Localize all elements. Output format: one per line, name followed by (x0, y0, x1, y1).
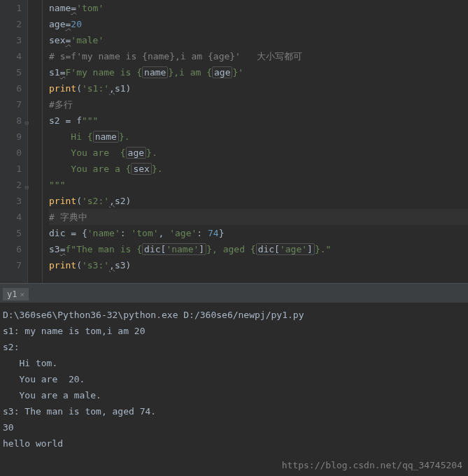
line-num: 8⊟ (0, 113, 22, 129)
line-num: 4 (0, 48, 22, 64)
console-line: You are a male. (3, 387, 465, 403)
code-line[interactable]: dic = {'name': 'tom', 'age': 74} (49, 225, 468, 241)
line-num: 6 (0, 241, 22, 257)
code-line[interactable]: #多行 (49, 96, 468, 113)
code-line[interactable]: # s=f'my name is {name},i am {age}' 大小写都… (49, 48, 468, 64)
watermark: https://blog.csdn.net/qq_34745204 (282, 460, 462, 470)
line-num: 5 (0, 64, 22, 80)
code-line[interactable]: You are a {sex}. (49, 161, 468, 177)
line-num: 9 (0, 129, 22, 145)
close-icon[interactable]: × (20, 290, 24, 299)
console-line: You are 20. (3, 371, 465, 387)
line-num: 7 (0, 96, 22, 113)
console-line: s3: The man is tom, aged 74. (3, 403, 465, 419)
line-num: 1 (0, 0, 22, 16)
indent-guide (42, 0, 43, 283)
console-tab-bar: y1 × (0, 286, 468, 303)
line-num: 3 (0, 193, 22, 209)
line-num: 5 (0, 225, 22, 241)
code-line[interactable]: s1=F'my name is {name},i am {age}' (49, 64, 468, 80)
line-gutter: 1 2 3 4 5 6 7 8⊟ 9 0 1 2⊟ 3 4 5 6 7 (0, 0, 28, 283)
console-line: Hi tom. (3, 355, 465, 371)
code-line[interactable]: # 字典中 (49, 209, 468, 225)
editor: 1 2 3 4 5 6 7 8⊟ 9 0 1 2⊟ 3 4 5 6 7 name… (0, 0, 468, 283)
console-line: s2: (3, 339, 465, 355)
tab-label: y1 (7, 289, 17, 299)
code-line[interactable]: sex='male' (49, 32, 468, 48)
code-line[interactable]: s3=f"The man is {dic['name']}, aged {dic… (49, 241, 468, 257)
line-num: 7 (0, 257, 22, 273)
code-line[interactable]: print('s2:',s2) (49, 193, 468, 209)
line-num: 2 (0, 16, 22, 32)
console-line: s1: my name is tom,i am 20 (3, 323, 465, 339)
code-area[interactable]: name='tom' age=20 sex='male' # s=f'my na… (28, 0, 468, 283)
run-tab[interactable]: y1 × (3, 288, 29, 301)
line-num: 3 (0, 32, 22, 48)
code-line[interactable]: s2 = f""" (49, 113, 468, 129)
line-num: 1 (0, 161, 22, 177)
code-line[interactable]: """ (49, 177, 468, 193)
line-num: 2⊟ (0, 177, 22, 193)
console-line: 30 (3, 419, 465, 435)
line-num: 6 (0, 80, 22, 96)
line-num: 4 (0, 209, 22, 225)
code-line[interactable]: Hi {name}. (49, 129, 468, 145)
console-line: hello world (3, 435, 465, 452)
code-line[interactable]: print('s1:',s1) (49, 80, 468, 96)
console-line: D:\360se6\Python36-32\python.exe D:/360s… (3, 307, 465, 323)
code-line[interactable]: age=20 (49, 16, 468, 32)
code-line[interactable]: name='tom' (49, 0, 468, 16)
line-num: 0 (0, 145, 22, 161)
console-output[interactable]: D:\360se6\Python36-32\python.exe D:/360s… (0, 303, 468, 476)
code-line[interactable]: You are {age}. (49, 145, 468, 161)
code-line[interactable]: print('s3:',s3) (49, 257, 468, 273)
